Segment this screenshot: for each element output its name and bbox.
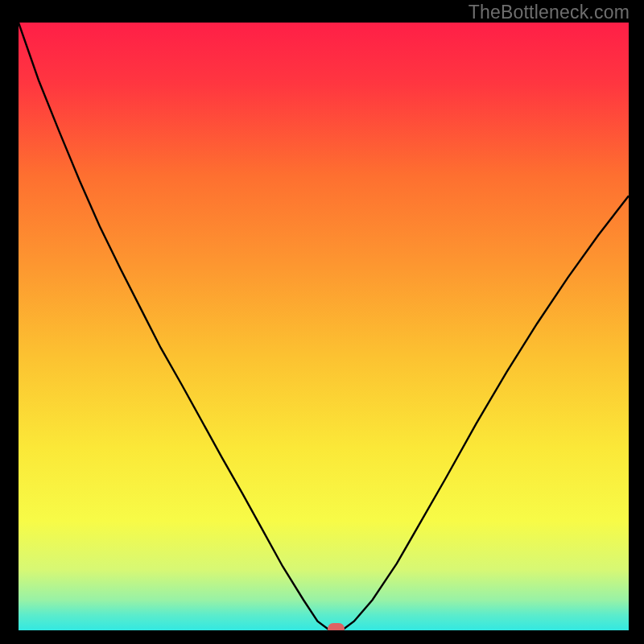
chart-frame: TheBottleneck.com (0, 0, 644, 644)
watermark-text: TheBottleneck.com (469, 2, 630, 23)
optimal-point-marker (328, 623, 345, 630)
chart-svg (19, 23, 629, 630)
chart-plot-area (19, 23, 629, 630)
chart-background (19, 23, 629, 630)
